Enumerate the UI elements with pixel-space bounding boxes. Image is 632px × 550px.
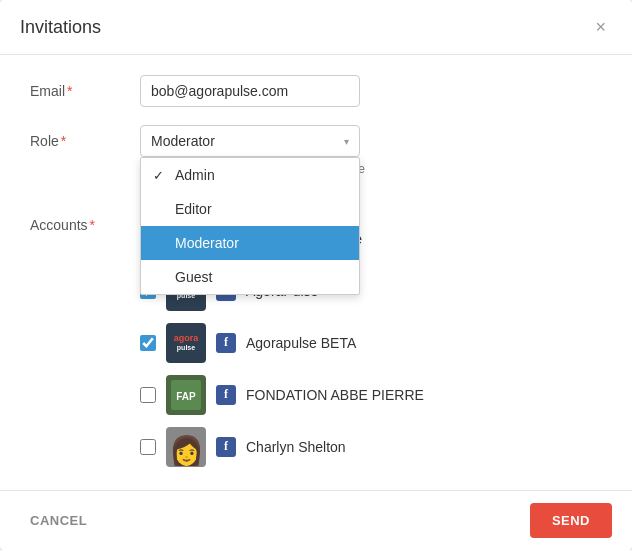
modal-header: Invitations × [0,0,632,55]
role-option-label: Moderator [175,235,239,251]
role-option-editor[interactable]: Editor [141,192,359,226]
required-indicator: * [61,133,66,149]
role-option-label: Guest [175,269,212,285]
required-indicator: * [67,83,72,99]
avatar: 👩 [166,427,206,467]
role-option-admin[interactable]: ✓ Admin [141,158,359,192]
role-select[interactable]: Moderator ▾ [140,125,360,157]
account-name: FONDATION ABBE PIERRE [246,387,424,403]
send-button[interactable]: SEND [530,503,612,538]
email-label: Email* [30,75,140,99]
fb-icon: f [216,333,236,353]
cancel-button[interactable]: CANCEL [20,505,97,536]
account-name: Agorapulse BETA [246,335,356,351]
role-option-label: Editor [175,201,212,217]
list-item: agora pulse f Agorapulse BETA [140,317,602,369]
svg-text:FAP: FAP [176,391,196,402]
role-option-guest[interactable]: Guest [141,260,359,294]
invitations-modal: Invitations × Email* Role* Moderator ▾ [0,0,632,550]
avatar: FAP [166,375,206,415]
role-row: Role* Moderator ▾ ✓ Admin [30,125,602,195]
avatar: agora pulse [166,323,206,363]
modal-body: Email* Role* Moderator ▾ [0,55,632,490]
account-name: Charlyn Shelton [246,439,346,455]
account-checkbox-charlyn[interactable] [140,439,156,455]
dropdown-caret-icon: ▾ [344,136,349,147]
fb-icon: f [216,385,236,405]
role-field-wrapper: Moderator ▾ ✓ Admin Editor [140,125,602,195]
role-label: Role* [30,125,140,149]
modal-footer: CANCEL SEND [0,490,632,550]
account-checkbox-fondation[interactable] [140,387,156,403]
email-row: Email* [30,75,602,107]
role-select-wrapper: Moderator ▾ ✓ Admin Editor [140,125,360,157]
email-input[interactable] [140,75,360,107]
role-option-label: Admin [175,167,215,183]
role-option-moderator[interactable]: Moderator [141,226,359,260]
account-checkbox-agorapulse-beta[interactable] [140,335,156,351]
required-indicator: * [90,217,95,233]
role-selected-value: Moderator [151,133,215,149]
fb-icon: f [216,437,236,457]
list-item: 👩 f Charlyn Shelton [140,421,602,473]
modal-title: Invitations [20,17,101,38]
check-icon: ✓ [153,168,167,183]
email-field-wrapper [140,75,602,107]
role-dropdown-menu: ✓ Admin Editor Moderator [140,157,360,295]
accounts-label: Accounts* [30,213,140,233]
close-button[interactable]: × [589,16,612,38]
list-item: FAP f FONDATION ABBE PIERRE [140,369,602,421]
